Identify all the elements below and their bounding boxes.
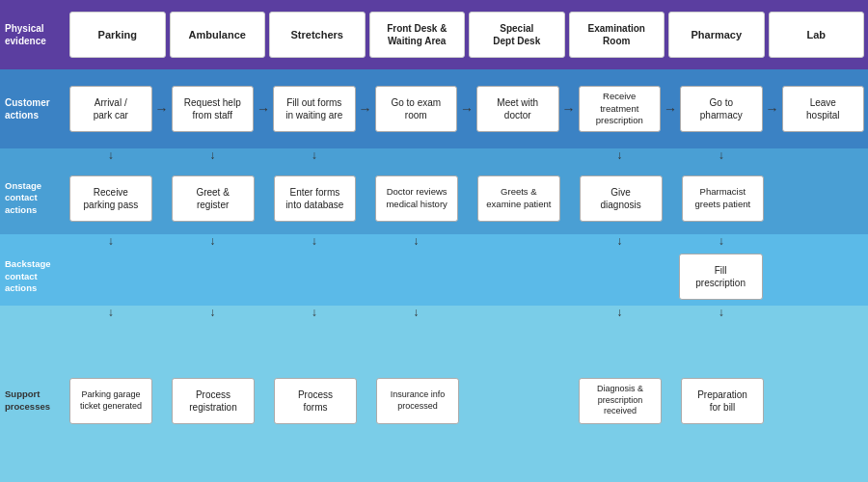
bs-empty-3 xyxy=(273,254,355,300)
arrow-7: → xyxy=(767,101,778,117)
arrow-3: → xyxy=(360,101,371,117)
conn3-7: ↓ xyxy=(680,306,763,319)
physical-evidence-label: Physicalevidence xyxy=(0,0,66,69)
conn2-5-empty xyxy=(476,234,559,248)
conn-arrow-4-empty xyxy=(375,148,458,162)
conn2-6: ↓ xyxy=(579,234,662,248)
arrow-2: → xyxy=(258,101,269,117)
conn-arrow-3: ↓ xyxy=(273,148,356,162)
onstage-content: Receiveparking pass Greet &register Ente… xyxy=(66,162,868,234)
sp-insurance: Insurance infoprocessed xyxy=(376,378,459,424)
ca-meetdoctor: Meet withdoctor xyxy=(476,86,559,132)
arrow-1: → xyxy=(156,101,168,117)
conn-arrow-2: ↓ xyxy=(172,148,255,162)
phys-examroom: ExaminationRoom xyxy=(569,12,665,58)
support-row: Supportprocesses Parking garageticket ge… xyxy=(0,319,868,482)
ca-gotoexam: Go to examroom xyxy=(375,86,458,132)
phys-parking: Parking xyxy=(69,12,166,58)
conn-arrow-5-empty xyxy=(476,148,559,162)
sp-parking-ticket: Parking garageticket generated xyxy=(69,378,152,424)
ca-receive-prescription: Receivetreatmentprescription xyxy=(579,86,662,132)
os-greet: Greet &register xyxy=(172,175,255,222)
connector-onstage-backstage: ↓ ↓ ↓ ↓ ↓ ↓ xyxy=(0,234,868,248)
bs-empty-6 xyxy=(577,254,659,300)
sp-process-forms: Processforms xyxy=(274,378,357,424)
conn2-4: ↓ xyxy=(375,234,458,248)
arrow-6: → xyxy=(665,101,676,117)
bs-empty-1 xyxy=(69,254,151,300)
sp-process-reg: Processregistration xyxy=(172,378,255,424)
ca-arrival: Arrival /park car xyxy=(69,86,152,132)
sp-diagnosis-received: Diagnosis &prescriptionreceived xyxy=(579,378,662,424)
conn3-1: ↓ xyxy=(69,306,152,319)
customer-actions-row: Customeractions Arrival /park car → Requ… xyxy=(0,69,868,148)
conn2-1: ↓ xyxy=(69,234,152,248)
backstage-content: Fillprescription xyxy=(66,248,868,306)
onstage-label: Onstagecontactactions xyxy=(0,162,66,234)
os-parking-pass: Receiveparking pass xyxy=(69,175,152,222)
support-content: Parking garageticket generated Processre… xyxy=(66,319,868,482)
arrow-4: → xyxy=(461,101,473,117)
customer-actions-label: Customeractions xyxy=(0,69,66,148)
bs-empty-5 xyxy=(475,254,557,300)
conn3-6: ↓ xyxy=(579,306,662,319)
ca-leavehospital: Leavehospital xyxy=(782,86,865,132)
phys-pharmacy: Pharmacy xyxy=(668,12,765,58)
conn3-2: ↓ xyxy=(172,306,255,319)
customer-actions-content: Arrival /park car → Request helpfrom sta… xyxy=(66,69,868,148)
phys-specialdesk: SpecialDept Desk xyxy=(469,12,565,58)
conn-arrow-7: ↓ xyxy=(680,148,763,162)
bs-empty-8 xyxy=(782,254,864,300)
connector-to-support: ↓ ↓ ↓ ↓ ↓ ↓ xyxy=(0,306,868,319)
phys-stretchers: Stretchers xyxy=(269,12,366,58)
conn-arrow-6: ↓ xyxy=(579,148,662,162)
physical-evidence-row: Physicalevidence Parking Ambulance Stret… xyxy=(0,0,868,69)
sp-empty-8 xyxy=(783,378,864,424)
phys-ambulance: Ambulance xyxy=(170,12,266,58)
bs-fillprescription: Fillprescription xyxy=(679,254,763,300)
backstage-row: Backstagecontactactions Fillprescription xyxy=(0,248,868,306)
sp-preparation-bill: Preparationfor bill xyxy=(681,378,764,424)
conn-arrow-8-empty xyxy=(782,148,865,162)
phys-lab: Lab xyxy=(769,12,865,58)
os-pharmacist: Pharmacistgreets patient xyxy=(682,175,765,222)
backstage-label: Backstagecontactactions xyxy=(0,248,66,306)
physical-evidence-content: Parking Ambulance Stretchers Front Desk … xyxy=(66,0,868,69)
os-doctorreviews: Doctor reviewsmedical history xyxy=(375,175,458,222)
conn-arrow-1: ↓ xyxy=(69,148,152,162)
conn3-8-empty xyxy=(782,306,865,319)
phys-frontdesk: Front Desk &Waiting Area xyxy=(369,12,466,58)
onstage-row: Onstagecontactactions Receiveparking pas… xyxy=(0,162,868,234)
support-label: Supportprocesses xyxy=(0,319,66,482)
sp-empty-5 xyxy=(478,378,559,424)
connector-customer-onstage: ↓ ↓ ↓ ↓ ↓ xyxy=(0,148,868,162)
conn2-3: ↓ xyxy=(273,234,356,248)
os-greets-examine: Greets &examine patient xyxy=(477,175,560,222)
conn2-2: ↓ xyxy=(172,234,255,248)
os-empty xyxy=(783,175,864,222)
bs-empty-2 xyxy=(171,254,253,300)
conn3-3: ↓ xyxy=(273,306,356,319)
conn3-4: ↓ xyxy=(375,306,458,319)
conn3-5-empty xyxy=(476,306,559,319)
conn2-7: ↓ xyxy=(680,234,763,248)
ca-fillforms: Fill out formsin waiting are xyxy=(273,86,356,132)
arrow-5: → xyxy=(563,101,575,117)
os-diagnosis: Givediagnosis xyxy=(580,175,663,222)
os-enterforms: Enter formsinto database xyxy=(274,175,357,222)
conn2-8-empty xyxy=(782,234,865,248)
service-blueprint: Physicalevidence Parking Ambulance Stret… xyxy=(0,0,868,482)
bs-empty-4 xyxy=(374,254,456,300)
ca-request: Request helpfrom staff xyxy=(172,86,255,132)
ca-gotopharmacy: Go topharmacy xyxy=(680,86,763,132)
